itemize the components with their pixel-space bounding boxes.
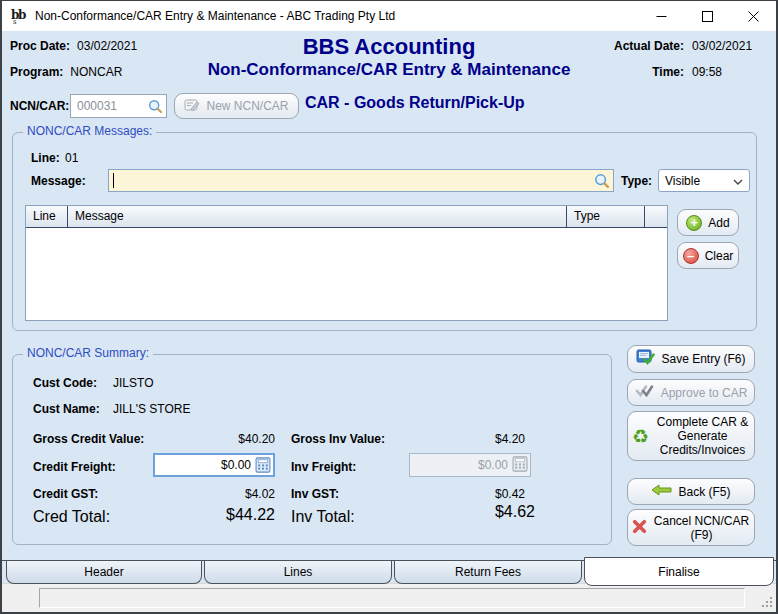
cancel-x-icon [632,519,647,537]
tab-lines-label: Lines [284,565,313,579]
time-label: Time: [614,65,684,79]
minimize-button[interactable] [638,1,684,31]
clear-button-label: Clear [705,249,734,263]
tab-finalise[interactable]: Finalise [584,557,774,586]
line-value: 01 [65,151,78,165]
save-icon [636,349,655,369]
maximize-button[interactable] [684,1,730,31]
back-button[interactable]: Back (F5) [627,478,755,505]
column-header-message[interactable]: Message [68,206,567,227]
clear-button[interactable]: – Clear [677,242,739,269]
message-input[interactable] [109,170,613,191]
svg-text:b: b [18,8,26,22]
line-label: Line: [31,151,60,165]
credit-gst-label: Credit GST: [33,487,98,501]
inv-gst-label: Inv GST: [291,487,339,501]
save-entry-label: Save Entry (F6) [661,352,745,366]
messages-table[interactable]: Line Message Type [25,205,668,321]
resize-grip[interactable] [760,596,773,609]
gross-credit-value: $40.20 [143,432,275,446]
ncn-car-field[interactable] [70,94,167,118]
window-title: Non-Conformance/CAR Entry & Maintenance … [35,9,395,23]
cred-total-label: Cred Total: [33,508,110,526]
calculator-icon-disabled [512,456,528,476]
minus-icon: – [683,248,699,264]
cred-total-value: $44.22 [143,506,275,524]
inv-gst-value: $0.42 [403,487,525,501]
message-field[interactable] [108,169,614,192]
tab-return-fees-label: Return Fees [455,565,521,579]
new-ncn-car-button[interactable]: New NCN/CAR [174,93,299,119]
credit-gst-value: $4.02 [143,487,275,501]
tab-return-fees[interactable]: Return Fees [394,561,582,584]
credit-freight-field[interactable] [153,453,275,477]
status-panel [39,588,745,608]
calculator-icon[interactable] [255,457,271,477]
car-mode-title: CAR - Goods Return/Pick-Up [305,94,525,112]
search-icon[interactable] [148,99,163,118]
approve-to-car-label: Approve to CAR [661,386,748,400]
arrow-left-icon [651,484,672,499]
cancel-ncn-car-button[interactable]: Cancel NCN/CAR (F9) [627,509,755,546]
add-button-label: Add [708,216,729,230]
time-value: 09:58 [692,65,768,79]
cust-code-label: Cust Code: [33,376,97,390]
cancel-ncn-car-label: Cancel NCN/CAR (F9) [653,514,750,542]
recycle-icon: ♻ [632,427,649,446]
add-button[interactable]: + Add [677,209,739,236]
status-bar [2,583,776,612]
cust-code-value: JILSTO [113,376,153,390]
inv-total-label: Inv Total: [291,508,355,526]
app-window: b b s Non-Conformance/CAR Entry & Mainte… [0,0,778,614]
tab-header[interactable]: Header [6,561,202,584]
save-entry-button[interactable]: Save Entry (F6) [627,345,755,373]
ncn-car-label: NCN/CAR: [10,99,69,113]
column-header-blank [645,206,667,227]
cust-name-label: Cust Name: [33,402,100,416]
text-caret [113,173,114,188]
inv-total-value: $4.62 [403,503,535,521]
column-header-line[interactable]: Line [26,206,68,227]
complete-car-label: Complete CAR & Generate Credits/Invoices [655,415,750,457]
tab-lines[interactable]: Lines [204,561,392,584]
summary-group-title: NONC/CAR Summary: [23,346,153,360]
credit-freight-label: Credit Freight: [33,460,116,474]
title-bar[interactable]: b b s Non-Conformance/CAR Entry & Mainte… [2,1,776,31]
messages-table-header: Line Message Type [26,206,667,228]
gross-inv-label: Gross Inv Value: [291,432,385,446]
summary-group: NONC/CAR Summary: Cust Code: JILSTO Cust… [12,354,612,545]
gross-credit-label: Gross Credit Value: [33,432,144,446]
new-ncn-car-label: New NCN/CAR [206,99,288,113]
date-time-block: Actual Date: 03/02/2021 Time: 09:58 [614,39,768,79]
cust-name-value: JILL'S STORE [113,402,190,416]
message-label: Message: [31,174,86,188]
type-dropdown[interactable]: Visible [658,169,750,192]
complete-car-button[interactable]: ♻ Complete CAR & Generate Credits/Invoic… [627,411,755,461]
tab-header-label: Header [84,565,123,579]
messages-group-title: NONC/CAR Messages: [23,124,156,138]
svg-text:s: s [13,18,17,25]
chevron-down-icon [733,174,743,188]
actual-date-value: 03/02/2021 [692,39,768,53]
column-header-type[interactable]: Type [567,206,645,227]
plus-icon: + [686,215,702,231]
inv-freight-field[interactable] [409,453,531,477]
approve-to-car-button[interactable]: Approve to CAR [627,379,755,406]
messages-group: NONC/CAR Messages: Line: 01 Message: Typ… [12,132,757,331]
actual-date-label: Actual Date: [614,39,684,53]
tab-finalise-label: Finalise [658,565,699,579]
type-label: Type: [621,174,652,188]
close-button[interactable] [730,1,776,31]
double-check-icon [635,384,655,401]
inv-freight-label: Inv Freight: [291,460,356,474]
type-dropdown-value: Visible [665,174,700,188]
back-label: Back (F5) [678,485,730,499]
message-search-icon[interactable] [594,173,610,193]
gross-inv-value: $4.20 [403,432,525,446]
new-document-icon [184,98,200,115]
bbs-app-icon: b b s [10,7,28,25]
